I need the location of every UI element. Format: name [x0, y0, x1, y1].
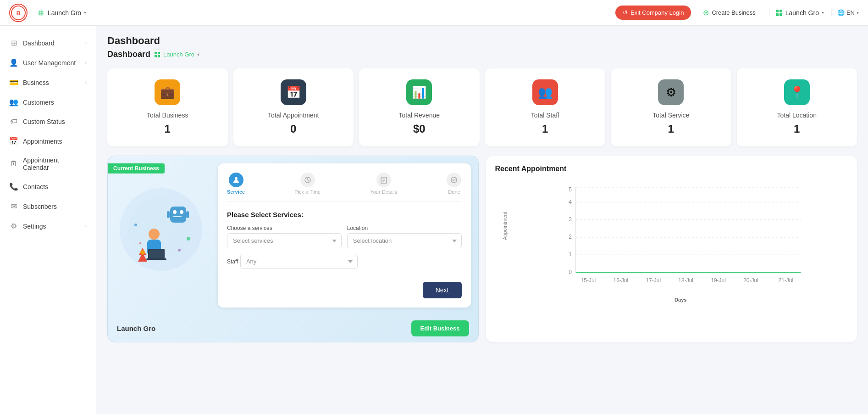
breadcrumb-company-name: Launch Gro: [163, 51, 194, 58]
sidebar-item-subscribers[interactable]: ✉ Subscribers: [0, 196, 96, 216]
service-step-label: Service: [227, 189, 245, 195]
sidebar-item-user-management[interactable]: 👤 User Management ›: [0, 53, 96, 73]
appointment-stat-icon: 📅: [281, 79, 306, 105]
staff-stat-label: Total Staff: [492, 112, 598, 119]
exit-company-button[interactable]: ↺ Exit Company Login: [615, 6, 691, 20]
step-pick-time: Pick a Time: [294, 173, 321, 195]
form-title: Please Select Services:: [227, 211, 462, 218]
pick-time-step-icon: [300, 173, 315, 187]
launch-gro-label: Launch Gro: [785, 9, 819, 17]
edit-business-button[interactable]: Edit Business: [411, 320, 469, 336]
stat-total-appointment: 📅 Total Appointment 0: [233, 68, 354, 146]
location-group: Location Select location: [347, 225, 462, 248]
sidebar: ⊞ Dashboard › 👤 User Management › 💳 Busi…: [0, 26, 96, 414]
company-name: Launch Gro: [48, 9, 81, 17]
done-step-label: Done: [448, 189, 460, 195]
settings-chevron-icon: ›: [85, 224, 87, 229]
sidebar-item-appointment-calendar[interactable]: 🗓 Appointment Calendar: [0, 151, 96, 177]
svg-rect-11: [155, 52, 157, 54]
done-step-icon: [447, 173, 461, 187]
chart-title: Recent Appointment: [495, 165, 848, 173]
company-selector[interactable]: Launch Gro ▾: [37, 9, 86, 17]
svg-point-19: [180, 210, 183, 214]
svg-rect-17: [170, 207, 186, 223]
service-stat-label: Total Service: [618, 112, 724, 119]
step-service: Service: [227, 173, 245, 195]
calendar-icon: 🗓: [9, 160, 18, 168]
service-step-icon: [229, 173, 243, 187]
launch-chevron-icon: ▾: [822, 10, 824, 15]
location-stat-label: Total Location: [744, 112, 850, 119]
appointment-stat-value: 0: [241, 123, 347, 135]
svg-rect-20: [173, 216, 182, 217]
main-content: Dashboard Dashboard Launch Gro ▾ 💼 Total…: [96, 26, 868, 414]
booking-steps: Service Pick a Time: [227, 173, 462, 201]
breadcrumb-company[interactable]: Launch Gro ▾: [154, 51, 199, 58]
stat-total-service: ⚙ Total Service 1: [611, 68, 731, 146]
svg-point-2: [38, 9, 44, 16]
sidebar-label-appointments: Appointments: [23, 138, 62, 145]
services-location-row: Choose a services Select services Locati…: [227, 225, 462, 248]
svg-point-33: [178, 249, 181, 252]
svg-text:18-Jul: 18-Jul: [678, 277, 693, 284]
business-icon: 💳: [9, 78, 18, 87]
company-chevron-icon: ▾: [84, 10, 86, 15]
bottom-section: Current Business: [107, 156, 857, 342]
revenue-stat-icon: 📊: [406, 79, 432, 105]
svg-text:0: 0: [569, 269, 572, 275]
booking-illustration: [108, 156, 218, 315]
sidebar-item-contacts[interactable]: 📞 Contacts: [0, 177, 96, 196]
step-done: Done: [447, 173, 461, 195]
business-stat-icon: 💼: [155, 79, 180, 105]
lang-chevron-icon: ▾: [857, 10, 859, 15]
next-button[interactable]: Next: [423, 282, 462, 298]
choose-services-label: Choose a services: [227, 225, 342, 231]
svg-rect-27: [146, 258, 166, 260]
staff-select[interactable]: Any: [240, 254, 358, 269]
svg-point-30: [140, 250, 145, 255]
staff-stat-icon: 👥: [532, 79, 558, 105]
svg-rect-21: [186, 211, 189, 218]
sidebar-label-contacts: Contacts: [23, 183, 48, 190]
location-select[interactable]: Select location: [347, 233, 462, 248]
logo: B: [9, 4, 28, 22]
svg-point-32: [187, 237, 190, 241]
create-icon: ⊕: [703, 8, 709, 17]
language-selector[interactable]: 🌐 EN ▾: [831, 9, 859, 16]
svg-text:B: B: [17, 10, 21, 17]
booking-business-name: Launch Gro: [117, 324, 155, 332]
staff-group: Staff Any: [227, 254, 462, 269]
sidebar-item-customers[interactable]: 👥 Customers: [0, 92, 96, 112]
booking-footer: Launch Gro Edit Business: [108, 315, 478, 342]
sidebar-label-customers: Customers: [23, 99, 54, 106]
contacts-icon: 📞: [9, 182, 18, 191]
business-stat-label: Total Business: [115, 112, 221, 119]
sidebar-label-user-management: User Management: [23, 59, 76, 67]
services-select[interactable]: Select services: [227, 233, 342, 248]
svg-rect-9: [776, 13, 779, 16]
create-business-button[interactable]: ⊕ Create Business: [697, 5, 762, 21]
chart-card: Recent Appointment Appointment 0 1 2 3: [486, 156, 857, 342]
your-details-step-icon: [376, 173, 391, 187]
sidebar-item-appointments[interactable]: 📅 Appointments: [0, 131, 96, 151]
chart-area: Appointment 0 1 2 3 4: [495, 182, 848, 292]
user-management-chevron-icon: ›: [85, 60, 87, 65]
appointment-stat-label: Total Appointment: [241, 112, 347, 119]
svg-rect-10: [780, 13, 782, 16]
sidebar-item-custom-status[interactable]: 🏷 Custom Status: [0, 112, 96, 131]
sidebar-item-dashboard[interactable]: ⊞ Dashboard ›: [0, 33, 96, 53]
sidebar-item-settings[interactable]: ⚙ Settings ›: [0, 216, 96, 236]
location-label: Location: [347, 225, 462, 231]
sidebar-item-business[interactable]: 💳 Business ›: [0, 73, 96, 92]
svg-text:2: 2: [569, 234, 572, 240]
svg-rect-26: [149, 250, 164, 258]
launch-gro-selector[interactable]: Launch Gro ▾: [769, 9, 824, 17]
sidebar-label-business: Business: [23, 79, 49, 86]
svg-point-35: [235, 177, 238, 180]
stat-total-staff: 👥 Total Staff 1: [485, 68, 606, 146]
current-business-badge: Current Business: [108, 163, 165, 173]
custom-status-icon: 🏷: [9, 117, 18, 126]
booking-form: Service Pick a Time: [218, 163, 471, 308]
svg-text:3: 3: [569, 216, 572, 223]
booking-widget: Current Business: [107, 156, 479, 342]
